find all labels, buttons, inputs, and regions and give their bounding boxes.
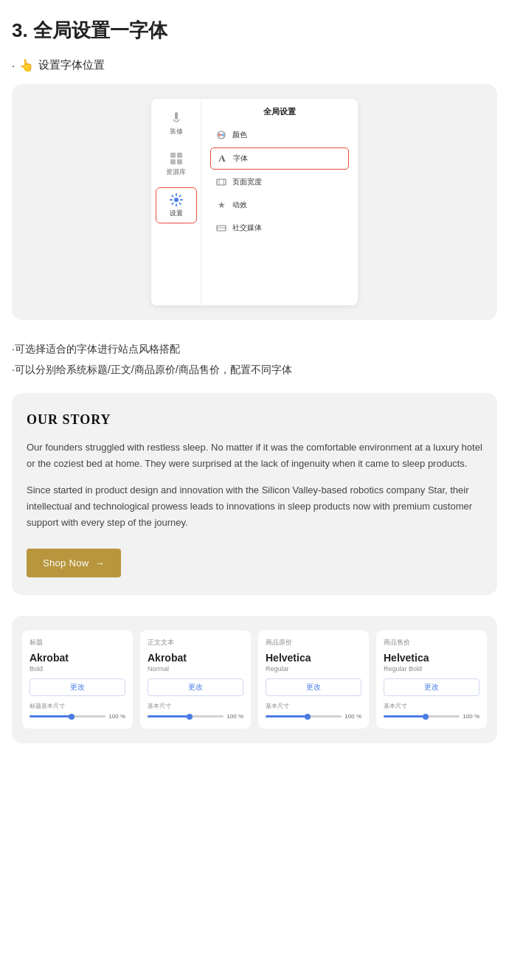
- font-card-3-header: 商品售价: [384, 638, 479, 647]
- sidebar-item-decor[interactable]: 装修: [156, 106, 197, 141]
- font-card-3-slider-value: 100 %: [463, 713, 479, 720]
- ui-main-panel: 全局设置 颜色 A 字体: [201, 99, 358, 305]
- sidebar-decor-label: 装修: [170, 127, 183, 136]
- font-card-3-slider-row: 100 %: [384, 713, 479, 720]
- font-card-0-slider-value: 100 %: [108, 713, 125, 720]
- ui-sidebar: 装修 资源库: [151, 99, 201, 305]
- font-card-1-header: 正文文本: [148, 638, 243, 647]
- font-card-3-name: Helvetica: [384, 652, 479, 664]
- section-title: 3. 全局设置一字体: [12, 18, 497, 44]
- menu-pagewidth-label: 页面宽度: [232, 177, 262, 187]
- font-card-0-slider-fill: [30, 715, 72, 717]
- font-card-3-size-label: 基本尺寸: [384, 702, 479, 710]
- svg-rect-3: [170, 159, 176, 164]
- font-card-2-slider-fill: [266, 715, 308, 717]
- animation-icon: ★: [216, 200, 226, 210]
- font-card-2-name: Helvetica: [266, 652, 361, 664]
- sidebar-resources-label: 资源库: [166, 167, 186, 177]
- sidebar-item-resources[interactable]: 资源库: [156, 147, 197, 181]
- font-card-0-header: 标题: [30, 638, 125, 647]
- font-card-3-update-btn[interactable]: 更改: [384, 678, 479, 696]
- bullet1-prefix: ·: [12, 59, 15, 72]
- font-card-0-size-label: 标题基本尺寸: [30, 702, 125, 710]
- svg-rect-4: [177, 159, 182, 164]
- font-card-0-style: Bold: [30, 665, 125, 673]
- story-title: OUR STORY: [27, 412, 482, 428]
- font-card-1-name: Akrobat: [148, 652, 243, 664]
- description-bullets: ·可选择适合的字体进行站点风格搭配 ·可以分别给系统标题/正文/商品原价/商品售…: [12, 341, 497, 378]
- story-paragraph2: Since started in product design and inno…: [27, 482, 482, 531]
- menu-animation-label: 动效: [232, 200, 247, 210]
- ui-mock: 装修 资源库: [151, 99, 358, 305]
- menu-font-label: 字体: [233, 153, 248, 164]
- font-card-3-slider-fill: [384, 715, 426, 717]
- menu-item-color[interactable]: 颜色: [210, 125, 349, 145]
- font-card-2-slider-row: 100 %: [266, 713, 361, 720]
- social-icon: [216, 223, 226, 233]
- svg-rect-1: [170, 153, 176, 158]
- svg-point-7: [218, 133, 221, 136]
- font-card-3-slider-track[interactable]: [384, 715, 460, 717]
- desc-line2: ·可以分别给系统标题/正文/商品原价/商品售价，配置不同字体: [12, 361, 497, 378]
- font-card-3-slider-thumb: [423, 714, 429, 720]
- pagewidth-icon: [216, 177, 226, 187]
- font-card-0-slider-track[interactable]: [30, 715, 105, 717]
- font-card-2-slider-value: 100 %: [344, 713, 361, 720]
- font-card-0-update-btn[interactable]: 更改: [30, 678, 125, 696]
- shop-btn-arrow: →: [94, 557, 104, 569]
- svg-point-5: [174, 198, 179, 202]
- font-card-1-slider-thumb: [187, 714, 193, 720]
- font-card-title: 标题 Akrobat Bold 更改 标题基本尺寸 100 %: [22, 630, 133, 729]
- font-card-sale-price: 商品售价 Helvetica Regular Bold 更改 基本尺寸 100 …: [376, 630, 487, 729]
- font-card-2-header: 商品原价: [266, 638, 361, 647]
- grid-icon: [169, 151, 184, 166]
- menu-item-animation[interactable]: ★ 动效: [210, 195, 349, 215]
- svg-rect-12: [217, 226, 226, 231]
- svg-rect-0: [175, 112, 178, 119]
- color-icon: [216, 130, 226, 140]
- font-card-1-update-btn[interactable]: 更改: [148, 678, 243, 696]
- font-card-1-style: Normal: [148, 665, 243, 673]
- sidebar-settings-label: 设置: [170, 209, 183, 218]
- font-card-2-slider-thumb: [305, 714, 311, 720]
- font-card-0-slider-thumb: [69, 714, 75, 720]
- font-card-1-slider-value: 100 %: [226, 713, 243, 720]
- font-card-1-slider-track[interactable]: [148, 715, 224, 717]
- font-card-0-slider-row: 100 %: [30, 713, 125, 720]
- font-card-2-style: Regular: [266, 665, 361, 673]
- story-card: OUR STORY Our founders struggled with re…: [12, 393, 497, 595]
- bullet1-text: 设置字体位置: [38, 58, 105, 72]
- menu-item-font[interactable]: A 字体: [210, 147, 349, 170]
- font-card-original-price: 商品原价 Helvetica Regular 更改 基本尺寸 100 %: [258, 630, 369, 729]
- font-card-1-slider-row: 100 %: [148, 713, 243, 720]
- bullet1-emoji: 👆: [19, 58, 34, 72]
- svg-rect-9: [217, 179, 226, 185]
- gear-icon: [169, 192, 184, 207]
- svg-rect-2: [177, 153, 182, 158]
- shop-btn-label: Shop Now: [43, 557, 89, 569]
- brush-icon: [169, 111, 184, 125]
- shop-now-button[interactable]: Shop Now →: [27, 549, 121, 577]
- font-card-2-update-btn[interactable]: 更改: [266, 678, 361, 696]
- font-card-2-slider-track[interactable]: [266, 715, 342, 717]
- font-cards-grid: 标题 Akrobat Bold 更改 标题基本尺寸 100 % 正文文本 Akr…: [22, 630, 487, 729]
- desc-line1: ·可选择适合的字体进行站点风格搭配: [12, 341, 497, 357]
- sidebar-item-settings[interactable]: 设置: [156, 187, 197, 223]
- svg-point-8: [221, 133, 224, 136]
- font-icon: A: [217, 153, 227, 164]
- menu-item-social[interactable]: 社交媒体: [210, 218, 349, 238]
- font-card-2-size-label: 基本尺寸: [266, 702, 361, 710]
- menu-item-pagewidth[interactable]: 页面宽度: [210, 172, 349, 192]
- font-card-1-size-label: 基本尺寸: [148, 702, 243, 710]
- font-card-3-style: Regular Bold: [384, 665, 479, 673]
- story-paragraph1: Our founders struggled with restless sle…: [27, 439, 482, 472]
- menu-color-label: 颜色: [232, 130, 247, 140]
- font-card-0-name: Akrobat: [30, 652, 125, 664]
- font-section: 标题 Akrobat Bold 更改 标题基本尺寸 100 % 正文文本 Akr…: [12, 616, 497, 743]
- ui-main-title: 全局设置: [210, 106, 349, 117]
- ui-screenshot-card: 装修 资源库: [12, 84, 497, 320]
- font-card-body: 正文文本 Akrobat Normal 更改 基本尺寸 100 %: [140, 630, 251, 729]
- font-card-1-slider-fill: [148, 715, 190, 717]
- menu-social-label: 社交媒体: [232, 223, 262, 233]
